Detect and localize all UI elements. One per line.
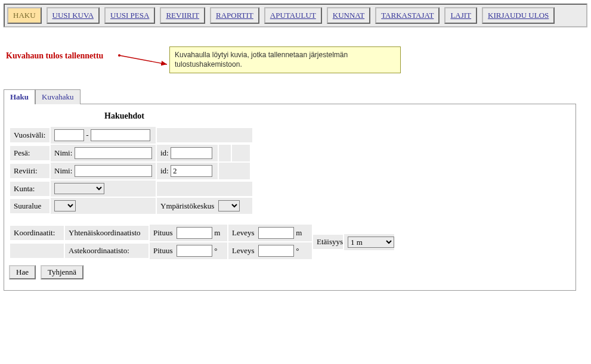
form-grid: Vuosiväli: - Pesä: Nimi: [9,126,255,215]
nav-uusikuva[interactable]: UUSI KUVA [47,7,100,24]
yht-pituus-cell: Pituus m [150,225,227,241]
nav-uusipesa[interactable]: UUSI PESA [104,7,155,24]
unit-deg: ° [296,246,299,255]
nav-kunnat[interactable]: KUNNAT [327,7,370,24]
empty-cell [10,244,64,258]
label-aste: Astekoordinaatisto: [65,244,148,258]
button-row: Hae Tyhjennä [9,265,571,279]
kunta-cell [51,181,156,197]
search-form-panel: Hakuehdot Vuosiväli: - Pesä: Nimi: [4,104,576,291]
nav-reviirit[interactable]: REVIIRIT [160,7,205,24]
aste-leveys-cell: Leveys ° [228,242,312,259]
tooltip: Kuvahaulla löytyi kuvia, jotka tallennet… [169,46,401,73]
input-pesa-id[interactable] [171,147,212,159]
etaisyys-cell: 1 m [344,234,394,250]
pesa-nimi-cell: Nimi: [51,145,156,161]
empty-cell [219,163,250,179]
nav-aputaulut[interactable]: APUTAULUT [264,7,322,24]
nav-haku[interactable]: HAKU [7,7,42,24]
tyhjenna-button[interactable]: Tyhjennä [41,265,83,279]
unit-m: m [214,228,220,237]
label-nimi: Nimi: [54,166,72,175]
svg-line-1 [119,55,167,64]
select-etaisyys[interactable]: 1 m [348,237,394,248]
suuralue-cell [51,198,156,214]
input-yht-pituus[interactable] [177,227,212,239]
nav-tarkastajat[interactable]: TARKASTAJAT [375,7,440,24]
input-aste-leveys[interactable] [258,245,294,257]
ymp-cell: Ympäristökeskus [157,198,252,214]
select-suuralue[interactable] [54,200,76,211]
empty-cell [219,145,231,161]
nav-lajit[interactable]: LAJIT [444,7,477,24]
input-reviiri-nimi[interactable] [75,165,152,177]
label-reviiri: Reviiri: [10,164,49,178]
yht-leveys-cell: Leveys m [228,225,312,241]
input-vuosi-to[interactable] [91,129,150,141]
message-row: Kuvahaun tulos tallennettu Kuvahaulla lö… [4,51,587,68]
status-message: Kuvahaun tulos tallennettu [6,51,103,61]
label-pituus: Pituus [153,246,173,255]
reviiri-nimi-cell: Nimi: [51,163,156,179]
unit-m: m [296,228,302,237]
input-pesa-nimi[interactable] [75,147,152,159]
empty-cell [232,145,250,161]
label-leveys: Leveys [232,228,255,237]
label-pituus: Pituus [153,228,173,237]
unit-deg: ° [214,246,217,255]
input-yht-leveys[interactable] [258,227,294,239]
form-title: Hakuehdot [104,111,571,121]
dash: - [86,130,88,139]
label-suuralue: Suuralue [10,199,49,213]
tab-kuvahaku[interactable]: Kuvahaku [35,89,80,104]
nav-logout[interactable]: KIRJAUDU ULOS [482,7,555,24]
empty-cell [157,128,252,142]
label-vuosivali: Vuosiväli: [10,128,49,142]
label-kunta: Kunta: [10,182,49,196]
top-nav: HAKU UUSI KUVA UUSI PESA REVIIRIT RAPORT… [4,4,587,27]
input-reviiri-id[interactable] [171,165,212,177]
hae-button[interactable]: Hae [9,265,36,279]
aste-pituus-cell: Pituus ° [150,242,227,259]
nav-raportit[interactable]: RAPORTIT [210,7,259,24]
coord-grid: Koordinaatit: Yhtenäiskoordinaatisto Pit… [9,223,395,260]
label-leveys: Leveys [232,246,255,255]
vuosivali-inputs: - [51,127,156,144]
label-id: id: [160,148,169,157]
pesa-id-cell: id: [157,145,218,161]
reviiri-id-cell: id: [157,163,218,179]
tab-haku[interactable]: Haku [4,89,35,104]
empty-cell [157,182,252,196]
svg-point-2 [118,54,120,57]
label-id: id: [160,166,169,175]
input-vuosi-from[interactable] [54,129,84,141]
label-nimi: Nimi: [54,148,72,157]
label-etaisyys: Etäisyys [313,235,343,249]
label-pesa: Pesä: [10,146,49,160]
select-ymp[interactable] [218,200,240,211]
label-yhtenais: Yhtenäiskoordinaatisto [65,226,148,240]
label-ymp: Ympäristökeskus [160,201,214,210]
input-aste-pituus[interactable] [177,245,212,257]
arrow-icon [117,54,171,68]
tab-bar: Haku Kuvahaku [4,89,587,104]
select-kunta[interactable] [54,183,104,194]
label-koord: Koordinaatit: [10,226,64,240]
